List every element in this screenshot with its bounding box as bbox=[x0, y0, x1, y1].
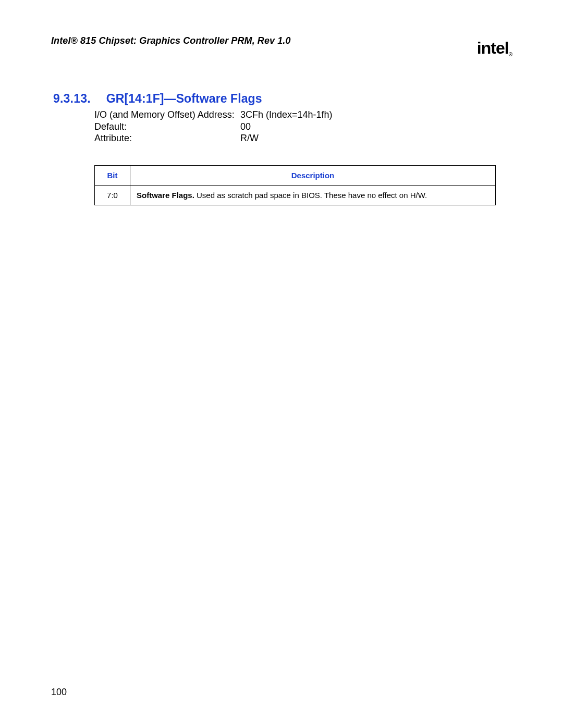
meta-row: Attribute: R/W bbox=[94, 132, 512, 144]
meta-row: I/O (and Memory Offset) Address: 3CFh (I… bbox=[94, 109, 512, 121]
table-header-description: Description bbox=[130, 165, 496, 185]
page-number: 100 bbox=[51, 687, 67, 698]
document-header: Intel® 815 Chipset: Graphics Controller … bbox=[51, 35, 291, 46]
section-number: 9.3.13. bbox=[53, 92, 91, 106]
section-title: GR[14:1F]—Software Flags bbox=[106, 92, 262, 106]
meta-label-default: Default: bbox=[94, 121, 240, 133]
meta-value-attribute: R/W bbox=[240, 132, 259, 144]
header-row: Intel® 815 Chipset: Graphics Controller … bbox=[51, 35, 512, 55]
meta-label-attribute: Attribute: bbox=[94, 132, 240, 144]
table-cell-description: Software Flags. Used as scratch pad spac… bbox=[130, 185, 496, 205]
section-heading: 9.3.13. GR[14:1F]—Software Flags bbox=[53, 92, 512, 106]
intel-logo-registered: ® bbox=[509, 52, 512, 57]
meta-row: Default: 00 bbox=[94, 121, 512, 133]
table-row: 7:0 Software Flags. Used as scratch pad … bbox=[95, 185, 496, 205]
desc-rest: Used as scratch pad space in BIOS. These… bbox=[194, 191, 427, 200]
desc-bold: Software Flags. bbox=[137, 191, 194, 200]
register-meta: I/O (and Memory Offset) Address: 3CFh (I… bbox=[94, 109, 512, 144]
intel-logo-text: intel bbox=[477, 39, 509, 57]
table-cell-bit: 7:0 bbox=[95, 185, 130, 205]
table-header-row: Bit Description bbox=[95, 165, 496, 185]
intel-logo: intel® bbox=[477, 39, 512, 58]
meta-value-address: 3CFh (Index=14h-1fh) bbox=[240, 109, 333, 121]
meta-value-default: 00 bbox=[240, 121, 251, 133]
page-container: Intel® 815 Chipset: Graphics Controller … bbox=[0, 0, 563, 728]
register-table: Bit Description 7:0 Software Flags. Used… bbox=[94, 165, 496, 205]
meta-label-address: I/O (and Memory Offset) Address: bbox=[94, 109, 240, 121]
table-header-bit: Bit bbox=[95, 165, 130, 185]
